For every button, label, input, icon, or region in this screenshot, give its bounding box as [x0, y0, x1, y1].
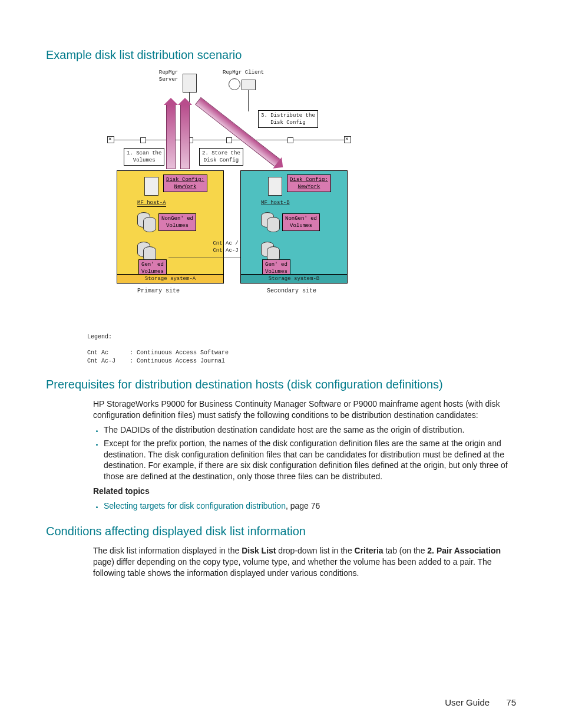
- disk-config-a: Disk Config: NewYork: [163, 174, 207, 192]
- host-a-icon: [144, 177, 158, 196]
- distribution-diagram: RepMgr Server RepMgr Client 3. Distribut…: [105, 69, 364, 328]
- prereq-item-1: The DADIDs of the distribution destinati…: [104, 424, 516, 436]
- footer-guide-label: User Guide: [445, 697, 490, 707]
- conditions-paragraph: The disk list information displayed in t…: [93, 545, 516, 579]
- cyl-b2: [267, 217, 280, 232]
- cond-text-4: page) differ depending on the copy type,…: [93, 557, 492, 578]
- cond-text-2: drop-down list in the: [276, 546, 354, 555]
- disk-config-b: Disk Config: NewYork: [287, 174, 331, 192]
- related-topics-list: Selecting targets for disk configuration…: [93, 500, 516, 512]
- related-topic-item: Selecting targets for disk configuration…: [104, 500, 516, 512]
- page-footer: User Guide 75: [46, 697, 516, 709]
- storage-a-bar: Storage system-A: [117, 274, 223, 283]
- cyl-a2: [143, 217, 156, 232]
- nongen-b: NonGen' ed Volumes: [282, 213, 320, 231]
- net-end-left: [107, 136, 114, 143]
- host-b-icon: [268, 177, 282, 196]
- related-topic-link[interactable]: Selecting targets for disk configuration…: [104, 501, 286, 510]
- diagram-legend: Legend: Cnt Ac : Continuous Access Softw…: [87, 333, 516, 365]
- net-end-right: [344, 136, 351, 143]
- mf-host-a: MF host-A: [137, 199, 166, 207]
- nongen-a: NonGen' ed Volumes: [158, 213, 196, 231]
- related-topics-heading: Related topics: [93, 486, 516, 497]
- storage-b-bar: Storage system-B: [241, 274, 347, 283]
- primary-site-label: Primary site: [137, 287, 180, 295]
- heading-prerequisites: Prerequisites for distribution destinati…: [46, 377, 516, 393]
- cond-bold-pair: 2. Pair Association: [427, 546, 501, 555]
- cond-bold-disklist: Disk List: [242, 546, 276, 555]
- step2-box: 2. Store the Disk Config: [199, 148, 243, 166]
- net-node-4: [287, 137, 293, 143]
- label-repmgr-server: RepMgr Server: [151, 69, 186, 83]
- related-topic-tail: , page 76: [286, 501, 320, 510]
- label-repmgr-client: RepMgr Client: [223, 69, 264, 76]
- step3-box: 3. Distribute the Disk Config: [258, 110, 318, 128]
- prereq-intro: HP StorageWorks P9000 for Business Conti…: [93, 398, 516, 421]
- heading-example-scenario: Example disk list distribution scenario: [46, 47, 516, 63]
- prereq-list: The DADIDs of the distribution destinati…: [93, 424, 516, 482]
- mf-host-b: MF host-B: [261, 199, 290, 206]
- person-icon: [229, 78, 240, 90]
- footer-page-number: 75: [506, 697, 516, 707]
- cond-text-1: The disk list information displayed in t…: [93, 546, 242, 555]
- arrow-store: [180, 104, 190, 169]
- cond-bold-criteria: Criteria: [355, 546, 384, 555]
- primary-site-box: Disk Config: NewYork MF host-A NonGen' e…: [117, 170, 224, 284]
- stub-client: [248, 90, 249, 111]
- server-icon: [183, 74, 197, 93]
- net-node-3: [226, 137, 232, 143]
- net-node-1: [140, 137, 146, 143]
- heading-conditions: Conditions affecting displayed disk list…: [46, 523, 516, 539]
- step1-box: 1. Scan the Volumes: [124, 148, 164, 166]
- secondary-site-label: Secondary site: [267, 287, 316, 295]
- cond-text-3: tab (on the: [384, 546, 428, 555]
- secondary-site-box: Disk Config: NewYork MF host-B NonGen' e…: [240, 170, 348, 284]
- arrow-scan: [166, 104, 176, 169]
- monitor-icon: [242, 80, 256, 90]
- prereq-item-2: Except for the prefix portion, the names…: [104, 438, 516, 483]
